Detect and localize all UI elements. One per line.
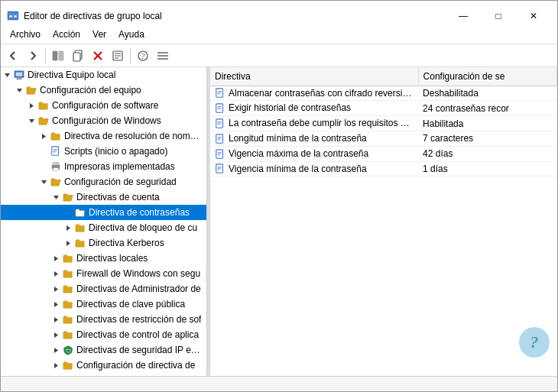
table-row[interactable]: Exigir historial de contraseñas24 contra… xyxy=(210,101,557,116)
tree-folder-icon xyxy=(62,191,74,203)
tree-expander[interactable] xyxy=(50,342,62,358)
tree-node[interactable]: Directiva Kerberos xyxy=(1,235,206,251)
tree-folder-icon xyxy=(62,252,74,264)
svg-text:?: ? xyxy=(141,52,145,60)
tree-node[interactable]: Directiva de bloqueo de cu xyxy=(1,220,206,235)
tree-node[interactable]: Directivas de Administrador de xyxy=(1,281,206,296)
tree-expander[interactable] xyxy=(50,190,62,205)
tree-node[interactable]: Configuración de Windows xyxy=(1,113,206,128)
tree-node-label: Directivas de cuenta xyxy=(76,192,160,202)
tree-node[interactable]: Directivas de control de aplica xyxy=(1,327,206,342)
tree-node[interactable]: Configuración del equipo xyxy=(1,83,206,98)
tree-expander[interactable] xyxy=(50,296,62,312)
tree-expander[interactable] xyxy=(37,144,50,159)
table-row[interactable]: Vigencia máxima de la contraseña42 días xyxy=(210,146,557,161)
help-watermark-icon: ? xyxy=(519,327,550,358)
tree-node[interactable]: Directivas de restricción de sof xyxy=(1,312,206,327)
app-icon xyxy=(7,10,19,22)
tree-node[interactable]: Directiva de resolución de nombre xyxy=(1,128,206,144)
menu-archivo[interactable]: Archivo xyxy=(4,27,47,42)
tree-node[interactable]: Configuración de directiva de xyxy=(1,358,206,373)
tree-expander[interactable] xyxy=(50,281,62,296)
tree-folder-icon xyxy=(62,267,74,280)
properties-button[interactable] xyxy=(109,47,127,65)
tree-expander[interactable] xyxy=(37,128,50,144)
forward-icon xyxy=(27,50,39,62)
svg-marker-26 xyxy=(42,134,46,139)
tree-expander[interactable] xyxy=(50,358,62,373)
svg-rect-5 xyxy=(59,51,63,60)
row-doc-icon xyxy=(215,134,225,144)
tree-expander[interactable] xyxy=(13,83,25,98)
table-header-row: Directiva Configuración de se xyxy=(210,67,557,86)
tree-node-label: Configuración de seguridad xyxy=(64,177,177,187)
svg-marker-46 xyxy=(54,363,58,368)
tree-node[interactable]: Scripts (inicio o apagado) xyxy=(1,144,206,159)
tree-node[interactable]: Firewall de Windows con segu xyxy=(1,266,206,281)
view-button[interactable] xyxy=(154,47,172,65)
pane-icon xyxy=(52,50,64,62)
svg-rect-2 xyxy=(9,15,12,18)
tree-expander[interactable] xyxy=(37,159,50,174)
tree-expander[interactable] xyxy=(1,67,13,83)
toolbar-separator-2 xyxy=(130,48,131,63)
tree-node-label: Directivas locales xyxy=(76,253,148,264)
policy-setting-cell: 24 contraseñas recor xyxy=(418,101,556,116)
tree-node[interactable]: Configuración de software xyxy=(1,98,206,113)
svg-rect-72 xyxy=(216,164,223,173)
menu-ayuda[interactable]: Ayuda xyxy=(112,27,151,42)
delete-button[interactable] xyxy=(89,47,107,65)
table-row[interactable]: La contraseña debe cumplir los requisito… xyxy=(210,116,557,131)
policy-name-cell: Vigencia mínima de la contraseña xyxy=(210,161,418,177)
tree-expander[interactable] xyxy=(25,98,37,113)
svg-marker-24 xyxy=(30,103,34,109)
forward-button[interactable] xyxy=(24,47,42,65)
tree-folder-icon xyxy=(25,84,37,96)
tree-folder-icon xyxy=(74,237,86,249)
copy-button[interactable] xyxy=(69,47,87,65)
svg-text:🛡: 🛡 xyxy=(66,348,71,354)
tree-node[interactable]: Directivas locales xyxy=(1,251,206,266)
help-toolbar-button[interactable]: ? xyxy=(134,47,152,65)
tree-expander[interactable] xyxy=(50,251,62,266)
menu-accion[interactable]: Acción xyxy=(47,27,86,42)
tree-expander[interactable] xyxy=(37,174,50,190)
tree-node-label: Directivas de clave pública xyxy=(76,299,185,309)
table-row[interactable]: Almacenar contraseñas con cifrado revers… xyxy=(210,86,557,101)
status-bar xyxy=(1,376,557,391)
tree-node[interactable]: QoS basada en directiva xyxy=(1,373,206,376)
col-setting: Configuración de se xyxy=(418,67,556,86)
tree-expander[interactable] xyxy=(25,113,37,128)
tree-node[interactable]: 🛡Directivas de seguridad IP en E xyxy=(1,342,206,358)
tree-expander[interactable] xyxy=(25,373,37,376)
row-doc-icon xyxy=(215,118,225,129)
tree-node[interactable]: Directiva de contraseñas xyxy=(1,205,206,220)
tree-folder-icon xyxy=(50,145,62,157)
minimize-button[interactable]: — xyxy=(446,7,481,25)
tree-expander[interactable] xyxy=(62,235,74,251)
tree-folder-icon xyxy=(37,374,50,376)
tree-node[interactable]: Impresoras implementadas xyxy=(1,159,206,174)
table-row[interactable]: Longitud mínima de la contraseña7 caract… xyxy=(210,131,557,146)
tree-node[interactable]: Directivas de cuenta xyxy=(1,190,206,205)
tree-node[interactable]: Configuración de seguridad xyxy=(1,174,206,190)
maximize-button[interactable]: □ xyxy=(481,7,516,25)
tree-node[interactable]: Directiva Equipo local xyxy=(1,67,206,83)
menu-ver[interactable]: Ver xyxy=(86,27,112,42)
svg-rect-27 xyxy=(52,147,59,155)
tree-node[interactable]: Directivas de clave pública xyxy=(1,296,206,312)
tree-expander[interactable] xyxy=(62,220,74,235)
policy-name-cell: Vigencia máxima de la contraseña xyxy=(210,146,418,161)
tree-expander[interactable] xyxy=(50,312,62,327)
show-hide-button[interactable] xyxy=(49,47,67,65)
tree-expander[interactable] xyxy=(50,266,62,281)
table-row[interactable]: Vigencia mínima de la contraseña1 días xyxy=(210,161,557,177)
back-button[interactable] xyxy=(4,47,22,65)
close-button[interactable]: ✕ xyxy=(516,7,551,25)
list-scroll-inner: Directiva Configuración de se Almacenar … xyxy=(210,67,557,376)
tree-expander[interactable] xyxy=(50,327,62,342)
tree-expander[interactable] xyxy=(62,205,74,220)
svg-rect-18 xyxy=(157,58,168,60)
tree-node-label: Configuración de directiva de xyxy=(76,360,195,371)
toolbar: ? xyxy=(1,44,557,67)
